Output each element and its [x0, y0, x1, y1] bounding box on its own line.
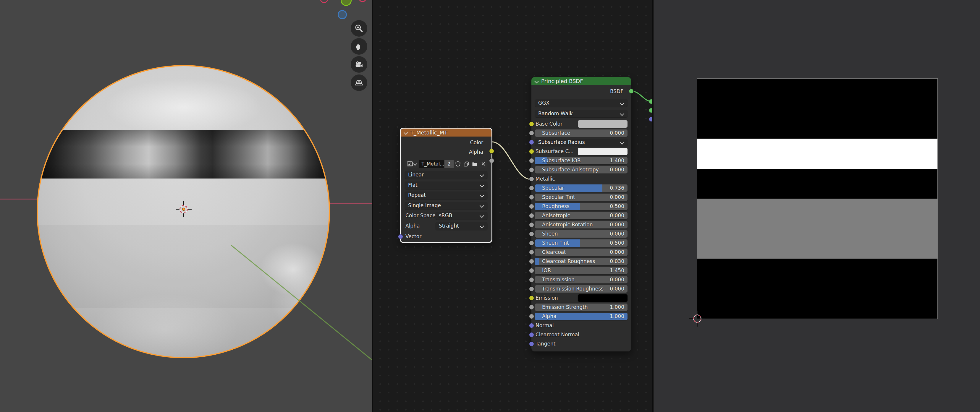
row-subsurface-radius[interactable]: Subsurface Radius	[535, 139, 627, 146]
open-image-button[interactable]	[471, 160, 479, 168]
socket-anisotropic-rotation-input[interactable]	[529, 222, 534, 227]
socket-specular-input[interactable]	[529, 185, 534, 191]
socket-subsurface-radius-input[interactable]	[529, 140, 534, 145]
socket-clearcoat-roughness-input[interactable]	[529, 259, 534, 264]
cursor-3d-icon	[175, 200, 192, 218]
socket-alpha-output[interactable]	[489, 158, 494, 163]
socket-output-displacement[interactable]	[649, 117, 652, 122]
image-texture-node-header[interactable]: T_Metallic_MT	[401, 128, 492, 136]
new-image-button[interactable]	[462, 160, 471, 168]
socket-tangent-input[interactable]	[529, 341, 534, 346]
socket-emission-strength-input[interactable]	[529, 305, 534, 310]
socket-bsdf-output[interactable]	[629, 89, 634, 94]
row-roughness[interactable]: Roughness0.500	[535, 203, 627, 210]
hand-pan-icon	[355, 42, 363, 51]
principled-bsdf-node[interactable]: Principled BSDF BSDF GGX Random Walk Bas…	[531, 77, 632, 352]
gizmo-x2-axis-ball[interactable]	[359, 0, 366, 2]
metallic-texture-image	[697, 79, 937, 319]
color-swatch-subsurface-c[interactable]	[578, 148, 627, 155]
row-subsurface-c[interactable]: Subsurface C...	[535, 148, 627, 155]
socket-output-volume[interactable]	[649, 108, 652, 113]
distribution-dropdown[interactable]: GGX	[535, 99, 627, 107]
gizmo-x-axis-ball[interactable]	[320, 0, 328, 3]
color-space-dropdown[interactable]: sRGB	[436, 212, 487, 220]
row-subsurface-anisotropy[interactable]: Subsurface Anisotropy0.000	[535, 166, 627, 173]
chevron-down-icon	[620, 111, 625, 116]
zoom-button[interactable]	[351, 20, 367, 36]
collapse-chevron-icon[interactable]	[535, 79, 539, 84]
socket-alpha-input[interactable]	[529, 314, 534, 319]
socket-emission-input[interactable]	[529, 296, 534, 301]
viewport-3d[interactable]	[0, 0, 372, 412]
row-sheen-tint[interactable]: Sheen Tint0.500	[535, 239, 627, 247]
row-anisotropic[interactable]: Anisotropic0.000	[535, 212, 627, 219]
row-ior[interactable]: IOR1.450	[535, 267, 627, 274]
row-specular-tint[interactable]: Specular Tint0.000	[535, 193, 627, 201]
camera-view-icon	[355, 60, 363, 69]
menu-repeat[interactable]: Repeat	[405, 192, 487, 199]
socket-sheen-input[interactable]	[529, 231, 534, 236]
collapse-chevron-icon[interactable]	[404, 130, 408, 135]
principled-node-header[interactable]: Principled BSDF	[531, 77, 631, 85]
pan-button[interactable]	[351, 38, 367, 55]
row-clearcoat-roughness[interactable]: Clearcoat Roughness0.030	[535, 258, 627, 265]
image-icon	[407, 162, 413, 166]
chevron-down-icon	[480, 203, 484, 208]
row-sheen[interactable]: Sheen0.000	[535, 230, 627, 238]
color-swatch-base-color[interactable]	[578, 120, 627, 128]
row-anisotropic-rotation[interactable]: Anisotropic Rotation0.000	[535, 221, 627, 228]
shader-node-editor[interactable]: T_Metallic_MT Color Alpha T_Metal... 2	[373, 0, 652, 412]
socket-clearcoat-normal-input[interactable]	[529, 332, 534, 337]
row-emission[interactable]: Emission	[535, 295, 627, 302]
row-normal: Normal	[535, 322, 627, 329]
socket-base-color-input[interactable]	[529, 122, 534, 127]
subsurface-method-dropdown[interactable]: Random Walk	[535, 110, 627, 117]
image-editor[interactable]	[654, 0, 980, 412]
users-count-button[interactable]: 2	[444, 160, 453, 168]
socket-anisotropic-input[interactable]	[529, 213, 534, 218]
camera-view-button[interactable]	[351, 56, 367, 73]
socket-subsurface-input[interactable]	[529, 131, 534, 136]
menu-single-image[interactable]: Single Image	[405, 202, 487, 209]
fake-user-button[interactable]	[454, 160, 462, 168]
image-name-field[interactable]: T_Metal...	[419, 160, 444, 168]
socket-metallic-input[interactable]	[529, 176, 534, 181]
socket-subsurface-c-input[interactable]	[529, 149, 534, 154]
socket-sheen-tint-input[interactable]	[529, 241, 534, 246]
socket-transmission-roughness-input[interactable]	[529, 287, 534, 292]
row-metallic: Metallic	[535, 175, 627, 183]
sphere-metallic-band	[38, 130, 329, 179]
image-browse-button[interactable]	[405, 160, 418, 168]
socket-subsurface-ior-input[interactable]	[529, 158, 534, 163]
row-subsurface-ior[interactable]: Subsurface IOR1.400	[535, 157, 627, 164]
row-alpha[interactable]: Alpha1.000	[535, 313, 627, 320]
row-clearcoat[interactable]: Clearcoat0.000	[535, 249, 627, 256]
socket-output-surface[interactable]	[649, 99, 652, 104]
row-transmission-roughness[interactable]: Transmission Roughness0.000	[535, 285, 627, 293]
socket-roughness-input[interactable]	[529, 204, 534, 209]
socket-ior-input[interactable]	[529, 268, 534, 273]
gizmo-y-axis-ball[interactable]	[340, 0, 352, 6]
socket-subsurface-anisotropy-input[interactable]	[529, 167, 534, 172]
socket-specular-tint-input[interactable]	[529, 195, 534, 200]
x-axis-line-right	[329, 203, 372, 204]
image-texture-node[interactable]: T_Metallic_MT Color Alpha T_Metal... 2	[400, 128, 492, 243]
socket-transmission-input[interactable]	[529, 277, 534, 282]
color-swatch-emission[interactable]	[578, 295, 627, 302]
row-base-color[interactable]: Base Color	[535, 120, 627, 128]
socket-color-output[interactable]	[489, 149, 494, 154]
row-specular[interactable]: Specular0.736	[535, 184, 627, 192]
gizmo-z-axis-ball[interactable]	[338, 10, 347, 19]
row-emission-strength[interactable]: Emission Strength1.000	[535, 304, 627, 311]
menu-linear[interactable]: Linear	[405, 171, 487, 179]
texture-stripe	[697, 199, 937, 258]
menu-flat[interactable]: Flat	[405, 181, 487, 189]
perspective-toggle-button[interactable]	[351, 74, 367, 91]
alpha-mode-dropdown[interactable]: Straight	[436, 222, 487, 230]
socket-clearcoat-input[interactable]	[529, 250, 534, 255]
unlink-image-button[interactable]	[479, 160, 487, 168]
socket-normal-input[interactable]	[529, 323, 534, 328]
row-subsurface[interactable]: Subsurface0.000	[535, 130, 627, 137]
socket-vector-input[interactable]	[398, 234, 403, 239]
row-transmission[interactable]: Transmission0.000	[535, 276, 627, 284]
